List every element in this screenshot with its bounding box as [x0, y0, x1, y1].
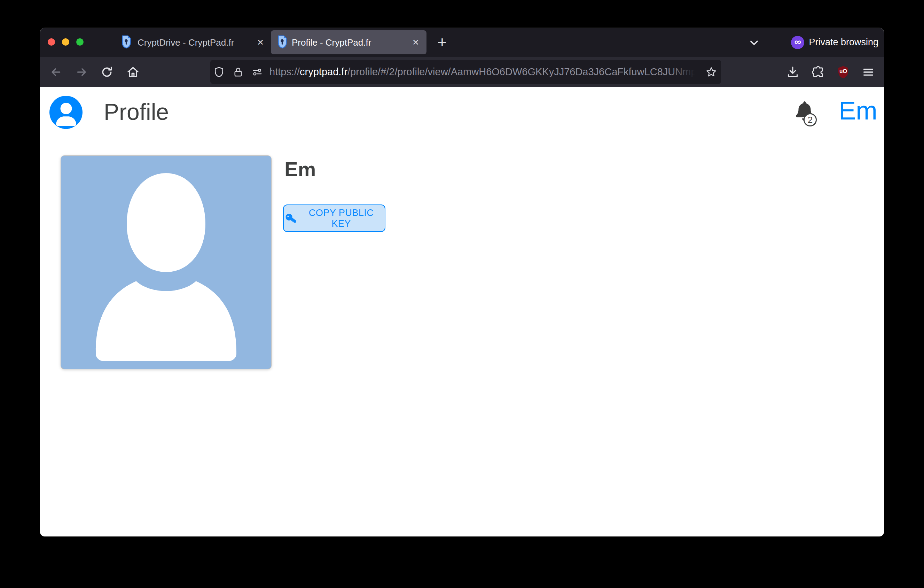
reload-button[interactable] [99, 64, 115, 80]
permissions-sliders-icon [251, 66, 263, 78]
home-button[interactable] [125, 64, 141, 80]
tab-title: CryptDrive - CryptPad.fr [137, 37, 234, 48]
page-title: Profile [104, 99, 169, 126]
maximize-window-button[interactable] [76, 38, 84, 46]
notification-count-badge[interactable]: 2 [804, 113, 817, 126]
reload-icon [100, 65, 114, 79]
private-browsing-mask-icon: ∞ [791, 36, 804, 49]
tab-close-icon[interactable]: ✕ [254, 36, 266, 48]
url-domain: cryptpad.fr [300, 66, 347, 78]
arrow-left-icon [49, 65, 63, 79]
tab-cryptdrive[interactable]: CryptDrive - CryptPad.fr ✕ [85, 28, 271, 57]
connection-secure-button[interactable] [231, 65, 245, 79]
copy-public-key-label: COPY PUBLIC KEY [300, 208, 383, 229]
arrow-right-icon [75, 65, 89, 79]
download-icon [786, 65, 800, 79]
menu-button[interactable] [861, 64, 876, 80]
tab-bar: CryptDrive - CryptPad.fr ✕ Profile - Cry… [40, 28, 884, 57]
user-icon [56, 103, 76, 126]
url-scheme: https:// [269, 66, 300, 78]
hamburger-menu-icon [861, 65, 875, 79]
lock-icon [232, 66, 244, 78]
puzzle-piece-icon [811, 65, 825, 79]
private-browsing-indicator: ∞ Private browsing [791, 28, 878, 57]
key-icon [285, 213, 296, 224]
profile-display-name: Em [284, 158, 316, 181]
ublock-label: uO [840, 68, 847, 74]
window-controls [48, 38, 84, 46]
avatar-silhouette-icon [61, 156, 271, 369]
new-tab-button[interactable]: + [433, 33, 452, 51]
private-browsing-label: Private browsing [809, 37, 878, 48]
home-icon [126, 65, 140, 79]
forward-button[interactable] [74, 64, 89, 80]
ublock-shield-icon: uO [836, 65, 851, 79]
chevron-down-icon [746, 35, 762, 50]
tab-title: Profile - CryptPad.fr [292, 37, 371, 48]
downloads-button[interactable] [785, 64, 800, 80]
url-path: /profile/#/2/profile/view/AamwH6O6DW6GKK… [347, 66, 700, 78]
ublock-origin-button[interactable]: uO [836, 64, 851, 80]
navigation-toolbar: https://cryptpad.fr/profile/#/2/profile/… [40, 57, 884, 87]
minimize-window-button[interactable] [62, 38, 69, 46]
browser-window: CryptDrive - CryptPad.fr ✕ Profile - Cry… [40, 28, 884, 537]
tab-close-icon[interactable]: ✕ [410, 36, 422, 48]
profile-avatar-placeholder [61, 156, 271, 369]
back-button[interactable] [48, 64, 63, 80]
page-content: Profile 2 Em Em COPY PUBLIC KEY [40, 87, 884, 537]
shield-icon [213, 66, 225, 78]
star-icon [705, 66, 718, 78]
url-text[interactable]: https://cryptpad.fr/profile/#/2/profile/… [269, 60, 700, 84]
cryptpad-profile-app-logo[interactable] [50, 96, 82, 129]
tab-profile-active[interactable]: Profile - CryptPad.fr ✕ [271, 30, 426, 55]
cryptpad-favicon [120, 35, 133, 50]
toolbar-username-link[interactable]: Em [839, 96, 877, 126]
tracking-protection-button[interactable] [212, 65, 226, 79]
copy-public-key-button[interactable]: COPY PUBLIC KEY [283, 205, 385, 232]
cryptpad-favicon [276, 35, 289, 50]
url-bar[interactable]: https://cryptpad.fr/profile/#/2/profile/… [210, 60, 721, 84]
close-window-button[interactable] [48, 38, 55, 46]
bookmark-button[interactable] [704, 65, 718, 79]
list-all-tabs-button[interactable] [746, 35, 763, 51]
permissions-button[interactable] [250, 65, 264, 79]
extensions-button[interactable] [810, 64, 826, 80]
